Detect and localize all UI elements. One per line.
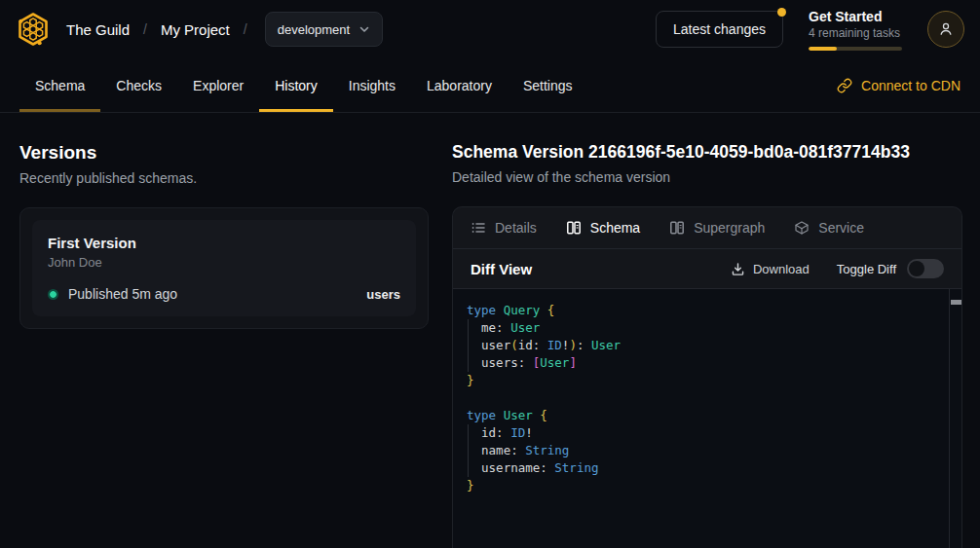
version-meta-row: Published 5m ago users <box>48 286 400 302</box>
version-name: First Version <box>48 235 400 251</box>
toggle-diff-group: Toggle Diff <box>837 259 944 278</box>
tab-service[interactable]: Service <box>794 220 864 236</box>
download-label: Download <box>753 262 810 276</box>
tab-service-label: Service <box>818 220 864 236</box>
versions-list: First Version John Doe Published 5m ago … <box>19 207 429 329</box>
nav-tab-laboratory[interactable]: Laboratory <box>411 58 508 112</box>
detail-tabs: Details Schema <box>453 207 961 249</box>
toggle-diff-switch[interactable] <box>907 259 944 278</box>
code-content: type Query { me: User user(id: ID!): Use… <box>467 302 942 494</box>
connect-to-cdn-button[interactable]: Connect to CDN <box>837 58 961 112</box>
target-nav: Schema Checks Explorer History Insights … <box>0 58 980 113</box>
diff-toolbar: Diff View Download Toggle Diff <box>453 249 961 289</box>
breadcrumb: The Guild / My Project / development <box>16 12 383 47</box>
versions-title: Versions <box>19 142 429 164</box>
get-started-progress-fill <box>809 47 837 51</box>
diff-view-title: Diff View <box>471 261 532 277</box>
app-header: The Guild / My Project / development Lat… <box>0 0 980 58</box>
nav-tab-schema[interactable]: Schema <box>19 58 100 112</box>
nav-tab-settings[interactable]: Settings <box>508 58 588 112</box>
tab-supergraph-label: Supergraph <box>694 220 765 236</box>
link-icon <box>837 78 852 93</box>
get-started-progress-track <box>809 47 902 51</box>
environment-select[interactable]: development <box>265 12 383 47</box>
download-icon <box>731 262 745 276</box>
tab-details[interactable]: Details <box>471 220 537 236</box>
toggle-diff-label: Toggle Diff <box>837 262 896 276</box>
version-author: John Doe <box>48 255 400 270</box>
versions-panel: Versions Recently published schemas. Fir… <box>0 113 448 548</box>
sdl-code-viewer: type Query { me: User user(id: ID!): Use… <box>453 289 961 548</box>
breadcrumb-org[interactable]: The Guild <box>66 21 130 38</box>
toggle-diff-knob <box>909 261 924 276</box>
schema-version-subtitle: Detailed view of the schema version <box>452 169 962 185</box>
schema-version-panel: Schema Version 2166196f-5e10-4059-bd0a-0… <box>448 113 980 548</box>
breadcrumb-separator: / <box>242 21 249 37</box>
diff-controls: Download Toggle Diff <box>731 259 944 278</box>
tab-details-label: Details <box>495 220 537 236</box>
code-scrollbar-track <box>949 289 961 548</box>
user-avatar[interactable] <box>927 11 964 48</box>
breadcrumb-project[interactable]: My Project <box>161 21 230 38</box>
columns-icon <box>566 220 582 236</box>
connect-to-cdn-label: Connect to CDN <box>861 78 961 93</box>
guild-honeycomb-icon[interactable] <box>16 12 51 47</box>
get-started-widget[interactable]: Get Started 4 remaining tasks <box>809 9 902 51</box>
published-status-dot <box>48 289 58 300</box>
columns-icon <box>669 220 685 236</box>
chevron-down-icon <box>358 23 370 35</box>
get-started-title: Get Started <box>809 9 902 24</box>
tab-supergraph[interactable]: Supergraph <box>669 220 765 236</box>
nav-tab-history[interactable]: History <box>259 58 333 112</box>
tab-schema-label: Schema <box>590 220 640 236</box>
schema-version-card: Details Schema <box>452 206 962 548</box>
download-button[interactable]: Download <box>731 262 810 276</box>
version-service-badge: users <box>366 287 400 302</box>
version-status: Published 5m ago <box>68 286 177 302</box>
box-icon <box>794 220 810 236</box>
version-list-item[interactable]: First Version John Doe Published 5m ago … <box>32 220 416 316</box>
user-icon <box>937 20 955 38</box>
environment-select-value: development <box>278 22 350 37</box>
notification-dot <box>777 8 786 17</box>
breadcrumb-separator: / <box>141 21 149 37</box>
nav-tab-explorer[interactable]: Explorer <box>177 58 259 112</box>
latest-changes-button[interactable]: Latest changes <box>656 11 783 48</box>
nav-tab-checks[interactable]: Checks <box>100 58 177 112</box>
header-actions: Latest changes Get Started 4 remaining t… <box>656 9 964 51</box>
nav-tab-insights[interactable]: Insights <box>333 58 411 112</box>
main-content: Versions Recently published schemas. Fir… <box>0 113 980 548</box>
list-icon <box>471 220 486 236</box>
versions-subtitle: Recently published schemas. <box>19 170 429 186</box>
get-started-subtitle: 4 remaining tasks <box>809 26 902 40</box>
schema-version-title: Schema Version 2166196f-5e10-4059-bd0a-0… <box>452 142 962 163</box>
code-scrollbar-thumb[interactable] <box>951 300 961 305</box>
tab-schema[interactable]: Schema <box>566 220 640 236</box>
latest-changes-label: Latest changes <box>673 21 766 37</box>
